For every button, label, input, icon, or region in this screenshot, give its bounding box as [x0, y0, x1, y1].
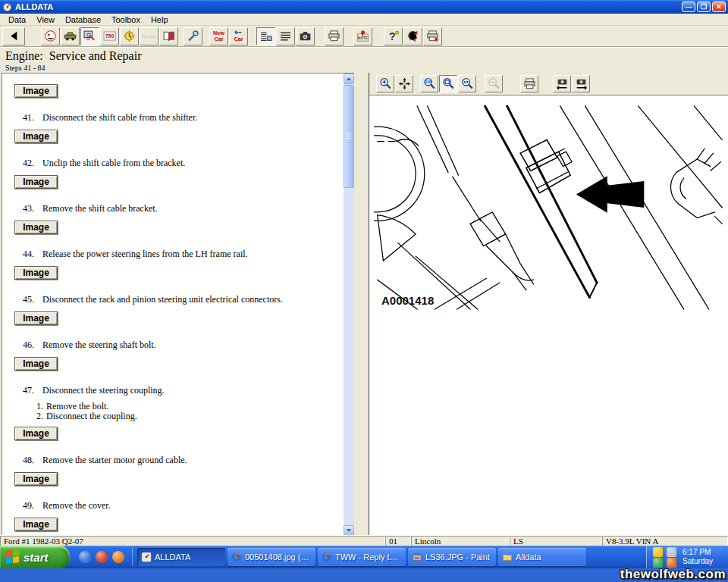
pan-button[interactable] [395, 75, 413, 92]
scroll-up-icon[interactable] [344, 74, 354, 84]
taskbar-task-alldata[interactable]: Alldata [498, 548, 586, 566]
view-text-image-button[interactable] [256, 27, 275, 45]
scroll-down-icon[interactable] [344, 525, 354, 535]
step-text: 47.Disconnect the steering coupling. [23, 385, 351, 396]
tsb-button[interactable]: 750 [100, 27, 119, 45]
zoom-width-icon [461, 77, 474, 90]
zoom-fit-icon [442, 77, 455, 90]
prev-image-button[interactable] [553, 75, 571, 92]
image-button[interactable]: Image [14, 130, 58, 143]
restore-button[interactable]: ❐ [697, 2, 711, 12]
history-button[interactable] [403, 27, 422, 45]
media-player-icon[interactable] [96, 551, 108, 563]
image-button[interactable]: Image [14, 175, 58, 189]
manual-button[interactable] [159, 27, 178, 45]
zoom-in-button[interactable] [376, 75, 394, 92]
steps-panel: Image41.Disconnect the shift cable from … [2, 73, 354, 535]
start-button[interactable]: start [0, 546, 70, 568]
firefox-icon[interactable] [112, 551, 124, 563]
quick-launch-bar [70, 548, 133, 566]
substep-text: 1.Remove the bolt. [36, 402, 351, 411]
image-panel: 100 [369, 73, 728, 535]
next-image-button[interactable] [572, 75, 590, 92]
menu-help[interactable]: Help [146, 14, 174, 25]
ie-icon[interactable] [79, 551, 91, 563]
note-button[interactable]: NOTE [353, 27, 372, 45]
image-button[interactable]: Image [14, 84, 58, 98]
image-button[interactable]: Image [14, 518, 58, 531]
image-button[interactable]: Image [14, 357, 58, 371]
manual-icon [162, 30, 175, 42]
image-button[interactable]: Image [14, 472, 58, 486]
steps-scrollbar[interactable] [344, 74, 354, 535]
vehicle-button[interactable] [61, 27, 80, 45]
system-tray: 6:17 PM Saturday [646, 546, 728, 568]
panel-splitter[interactable] [354, 73, 369, 535]
tools-button[interactable] [184, 27, 202, 45]
renew-button: Renew [140, 27, 158, 45]
image-button[interactable]: Image [14, 221, 58, 234]
window-title: ALLDATA [15, 2, 682, 11]
component-search-button[interactable] [80, 27, 99, 45]
taskbar-task-00501408-jpg-jpeg[interactable]: 00501408.jpg (JPEG ... [228, 548, 315, 566]
firefox-icon [231, 552, 242, 562]
steps-list: Image41.Disconnect the shift cable from … [2, 74, 354, 531]
menu-data[interactable]: Data [3, 14, 31, 25]
alldata-icon [141, 552, 152, 562]
maintenance-button[interactable] [120, 27, 139, 45]
content-area: Image41.Disconnect the shift cable from … [0, 73, 728, 535]
zoom-width-button[interactable] [458, 75, 476, 92]
print-button[interactable] [325, 27, 344, 45]
image-button[interactable]: Image [14, 266, 58, 280]
print-image-button[interactable] [520, 75, 538, 92]
step-text: 44.Release the power steering lines from… [23, 249, 351, 260]
task-label: 00501408.jpg (JPEG ... [245, 552, 312, 562]
security-shield-icon[interactable] [653, 547, 663, 557]
alert-icon[interactable] [667, 558, 676, 568]
svg-text:Renew: Renew [143, 34, 155, 39]
car-arrow-icon: Car [232, 30, 245, 42]
view-text-button[interactable] [276, 27, 295, 45]
back-button[interactable] [2, 27, 25, 45]
taskbar-task-alldata[interactable]: ALLDATA [137, 548, 225, 566]
technical-drawing [374, 105, 724, 311]
taskbar-task-tww-reply-to-topic[interactable]: TWW - Reply to Topic... [318, 548, 406, 566]
prev-image-icon [556, 77, 569, 90]
help-icon: ? [387, 30, 400, 42]
print-setup-button[interactable] [423, 27, 442, 45]
callout-arrow [576, 176, 644, 213]
vehicle-spec-button[interactable] [41, 27, 60, 45]
scrollbar-thumb[interactable] [344, 85, 354, 188]
view-image-button[interactable] [296, 27, 315, 45]
messenger-icon[interactable] [667, 547, 676, 557]
step-item: 48.Remove the starter motor ground cable… [14, 455, 351, 486]
taskbar-task-ls36-jpg-paint[interactable]: LS36.JPG - Paint [408, 548, 496, 566]
image-viewport: A0001418 [369, 95, 728, 534]
tsb-icon: 750 [103, 30, 116, 42]
status-cell: Lincoln [411, 536, 510, 546]
used-car-button[interactable]: Car [229, 27, 248, 45]
minimize-button[interactable]: — [682, 2, 695, 12]
update-icon[interactable] [653, 558, 663, 568]
history-icon [406, 30, 419, 42]
zoom-100-button[interactable]: 100 [420, 75, 438, 92]
step-item: 46.Remove the steering shaft bolt.Image [14, 340, 351, 371]
bottom-strip [0, 568, 728, 582]
menu-toolbox[interactable]: Toolbox [106, 14, 146, 25]
new-car-button[interactable]: NewCar [209, 27, 228, 45]
task-label: LS36.JPG - Paint [425, 552, 490, 562]
print-icon [328, 30, 340, 42]
step-text: 42.Unclip the shift cable from the brack… [23, 158, 351, 169]
back-icon [8, 30, 20, 42]
task-label: Alldata [516, 552, 541, 562]
menu-view[interactable]: View [31, 14, 60, 25]
step-item: 49.Remove the cover.Image [14, 500, 351, 531]
task-buttons: ALLDATA00501408.jpg (JPEG ...TWW - Reply… [137, 548, 646, 566]
page-subtitle: Steps 41 - 84 [5, 64, 728, 72]
image-button[interactable]: Image [14, 427, 58, 440]
image-button[interactable]: Image [14, 311, 58, 325]
close-button[interactable]: ✕ [712, 2, 726, 12]
menu-database[interactable]: Database [60, 14, 106, 25]
zoom-fit-button[interactable] [439, 75, 457, 92]
help-button[interactable]: ? [384, 27, 403, 45]
